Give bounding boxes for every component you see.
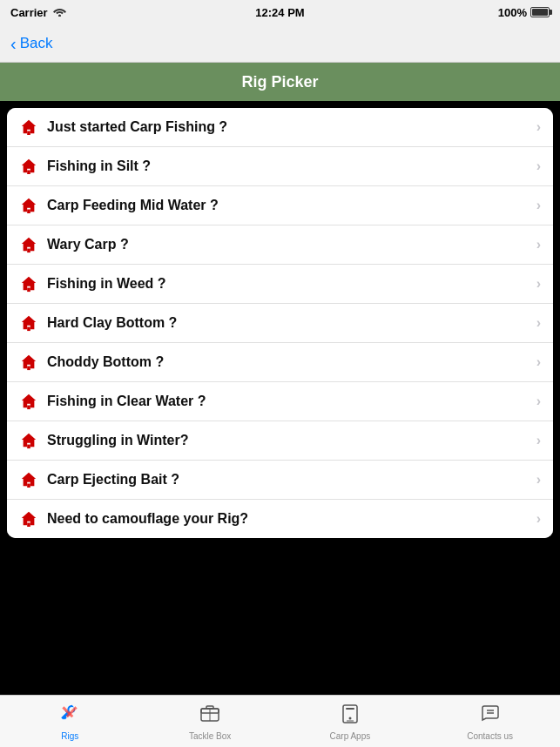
nav-bar: ‹ Back: [0, 24, 560, 63]
list-item[interactable]: Carp Feeding Mid Water ? ›: [7, 186, 553, 225]
back-button[interactable]: ‹ Back: [10, 35, 52, 52]
rig-list: Just started Carp Fishing ? › Fishing in…: [7, 108, 553, 538]
tab-bar: Rigs Tackle Box Carp Apps: [0, 695, 560, 747]
chevron-right-icon: ›: [536, 315, 541, 331]
tab-carp-apps[interactable]: Carp Apps: [280, 696, 421, 747]
house-icon: [19, 275, 38, 293]
back-label: Back: [20, 35, 53, 52]
status-right: 100%: [498, 6, 550, 19]
list-item[interactable]: Fishing in Silt ? ›: [7, 147, 553, 186]
chevron-right-icon: ›: [536, 237, 541, 252]
house-icon: [19, 393, 38, 410]
tab-contacts[interactable]: Contacts us: [420, 696, 560, 747]
chevron-right-icon: ›: [536, 158, 541, 174]
house-icon: [19, 353, 38, 371]
carp-apps-icon: [339, 703, 361, 729]
item-label: Fishing in Weed ?: [47, 276, 536, 292]
item-label: Hard Clay Bottom ?: [47, 315, 536, 331]
tab-carp-apps-label: Carp Apps: [330, 731, 371, 741]
item-label: Carp Ejecting Bait ?: [47, 472, 536, 488]
tackle-box-icon: [199, 703, 221, 729]
house-icon: [19, 471, 38, 488]
status-left: Carrier: [10, 6, 66, 19]
list-item[interactable]: Wary Carp ? ›: [7, 225, 553, 265]
item-label: Struggling in Winter?: [47, 433, 536, 448]
list-item[interactable]: Hard Clay Bottom ? ›: [7, 304, 553, 343]
tab-tackle-box[interactable]: Tackle Box: [140, 696, 280, 747]
house-icon: [19, 118, 38, 136]
item-label: Need to camouflage your Rig?: [47, 511, 536, 527]
chevron-right-icon: ›: [536, 472, 541, 488]
house-icon: [19, 158, 38, 175]
rigs-icon: [58, 703, 81, 729]
tab-rigs-label: Rigs: [61, 731, 78, 741]
item-label: Fishing in Clear Water ?: [47, 394, 536, 409]
chevron-right-icon: ›: [536, 354, 541, 370]
item-label: Choddy Bottom ?: [47, 354, 536, 370]
svg-rect-4: [206, 706, 213, 709]
contacts-icon: [479, 703, 502, 729]
status-time: 12:24 PM: [255, 6, 304, 19]
house-icon: [19, 432, 38, 449]
svg-point-7: [348, 717, 351, 719]
item-label: Wary Carp ?: [47, 237, 536, 252]
list-item[interactable]: Struggling in Winter? ›: [7, 421, 553, 461]
battery-percent: 100%: [498, 6, 527, 19]
item-label: Carp Feeding Mid Water ?: [47, 198, 536, 213]
house-icon: [19, 510, 38, 528]
svg-point-0: [58, 14, 61, 17]
page-header: Rig Picker: [0, 63, 560, 101]
back-chevron-icon: ‹: [10, 35, 17, 52]
item-label: Fishing in Silt ?: [47, 158, 536, 174]
chevron-right-icon: ›: [536, 511, 541, 527]
chevron-right-icon: ›: [536, 433, 541, 448]
page-title: Rig Picker: [241, 73, 318, 91]
chevron-right-icon: ›: [536, 394, 541, 409]
tab-tackle-box-label: Tackle Box: [189, 731, 231, 741]
svg-rect-6: [346, 708, 354, 710]
wifi-icon: [53, 6, 66, 19]
carrier-text: Carrier: [10, 6, 48, 19]
list-item[interactable]: Just started Carp Fishing ? ›: [7, 108, 553, 147]
list-item[interactable]: Carp Ejecting Bait ? ›: [7, 461, 553, 500]
list-item[interactable]: Choddy Bottom ? ›: [7, 343, 553, 382]
house-icon: [19, 314, 38, 332]
chevron-right-icon: ›: [536, 198, 541, 213]
tab-rigs[interactable]: Rigs: [0, 696, 140, 747]
house-icon: [19, 236, 38, 253]
chevron-right-icon: ›: [536, 119, 541, 135]
list-item[interactable]: Fishing in Weed ? ›: [7, 265, 553, 304]
list-item[interactable]: Fishing in Clear Water ? ›: [7, 382, 553, 421]
battery-icon: [530, 7, 550, 17]
item-label: Just started Carp Fishing ?: [47, 119, 536, 135]
status-bar: Carrier 12:24 PM 100%: [0, 0, 560, 24]
tab-contacts-label: Contacts us: [467, 731, 513, 741]
chevron-right-icon: ›: [536, 276, 541, 292]
house-icon: [19, 197, 38, 214]
list-item[interactable]: Need to camouflage your Rig? ›: [7, 500, 553, 538]
